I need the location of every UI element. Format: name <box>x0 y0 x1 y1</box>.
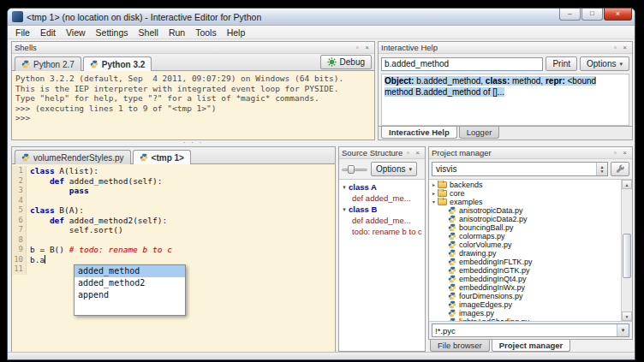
line-number: 3 <box>12 186 27 196</box>
project-item-imageedges-py[interactable]: imageEdges.py <box>430 300 621 309</box>
help-tab-interactive-help[interactable]: Interactive Help <box>381 127 457 139</box>
project-item-anisotropicdata-py[interactable]: anisotropicData.py <box>430 206 621 215</box>
source-item-label: todo: rename b to c <box>352 226 422 237</box>
close-panel-icon[interactable]: × <box>620 43 629 52</box>
scrollbar-thumb[interactable] <box>623 234 631 279</box>
chevron-down-icon[interactable]: ▾ <box>617 324 629 336</box>
project-item-images-py[interactable]: images.py <box>430 309 621 317</box>
project-item-lightsandshading-py[interactable]: lightsAndShading.py <box>430 317 621 321</box>
project-item-bouncingball-py[interactable]: bouncingBall.py <box>430 223 621 232</box>
autocomplete-item-added-method[interactable]: added_method <box>75 265 185 277</box>
code-line: 7 self.sort() <box>12 225 335 235</box>
project-item-label: anisotropicData2.py <box>459 215 528 223</box>
source-item-def-added-me[interactable]: def added_me... <box>340 193 424 204</box>
code-line: 5class B(A): <box>12 205 335 216</box>
collapse-icon[interactable]: ▾ <box>430 198 438 206</box>
debug-button[interactable]: Debug <box>320 55 372 69</box>
close-panel-icon[interactable]: × <box>362 43 372 52</box>
project-item-colormaps-py[interactable]: colormaps.py <box>430 232 621 240</box>
dock-tab-project-manager[interactable]: Project manager <box>492 340 570 352</box>
shell-output[interactable]: Python 3.2.2 (default, Sep 4 2011, 09:07… <box>12 71 374 139</box>
help-query-input[interactable] <box>381 57 543 71</box>
structure-level-slider[interactable] <box>342 164 367 175</box>
python-file-icon <box>448 215 456 223</box>
project-item-backends[interactable]: ▸backends <box>430 181 621 189</box>
maximize-button[interactable]: □ <box>581 9 603 21</box>
float-panel-icon[interactable]: ▫ <box>353 43 362 52</box>
menu-help[interactable]: Help <box>222 27 251 39</box>
project-select[interactable]: visvis ▲ ▼ <box>432 162 608 176</box>
line-number: 4 <box>12 196 27 206</box>
close-button[interactable]: × <box>604 9 632 21</box>
debug-button-label: Debug <box>340 57 365 67</box>
titlebar[interactable]: <tmp 1> (no location on disk) - Interact… <box>8 9 635 26</box>
scroll-down-icon[interactable]: ▼ <box>622 312 632 321</box>
line-number: 10 <box>12 255 27 265</box>
editor-panel: volumeRenderStyles.py<tmp 1> 1class A(li… <box>11 146 336 353</box>
line-number: 11 <box>12 264 27 275</box>
project-item-embeddinginqt4-py[interactable]: embeddingInQt4.py <box>430 275 621 283</box>
help-tab-label: Logger <box>467 128 492 137</box>
menu-view[interactable]: View <box>61 27 91 39</box>
editor-tab-volumerenderstyles-py[interactable]: volumeRenderStyles.py <box>15 150 131 164</box>
help-panel-header: Interactive Help ▫ × <box>379 42 632 54</box>
project-item-label: images.py <box>459 309 494 317</box>
menu-shell[interactable]: Shell <box>134 27 164 39</box>
project-item-embeddingingtk-py[interactable]: embeddingInGTK.py <box>430 266 621 275</box>
spin-down-icon[interactable]: ▼ <box>600 169 605 174</box>
menu-file[interactable]: File <box>10 27 35 39</box>
collapse-icon[interactable]: ▾ <box>340 204 349 215</box>
spinner-arrows-icon[interactable]: ▲ ▼ <box>596 163 607 175</box>
source-item-def-added-me[interactable]: def added_me... <box>340 215 424 226</box>
menu-run[interactable]: Run <box>164 27 190 39</box>
project-item-examples[interactable]: ▾examples <box>430 198 621 206</box>
close-panel-icon[interactable]: × <box>620 148 629 157</box>
project-panel-title: Project manager <box>432 148 611 157</box>
float-panel-icon[interactable]: ▫ <box>611 43 620 52</box>
source-options-button[interactable]: Options ▾ <box>371 162 417 176</box>
dock-tab-file-browser[interactable]: File browser <box>430 340 490 352</box>
project-item-embeddinginfltk-py[interactable]: embeddingInFLTK.py <box>430 258 621 266</box>
minimize-button[interactable]: – <box>559 9 581 21</box>
project-select-value: visvis <box>436 164 456 174</box>
expand-icon[interactable]: ▸ <box>430 181 438 189</box>
code-editor[interactable]: 1class A(list):2 def added_method(self):… <box>12 164 335 353</box>
project-item-anisotropicdata2-py[interactable]: anisotropicData2.py <box>430 215 621 223</box>
help-body[interactable]: Object: b.added_method, class: method, r… <box>381 74 629 126</box>
slider-handle[interactable] <box>348 165 355 174</box>
shells-panel-title: Shells <box>15 43 353 52</box>
print-button[interactable]: Print <box>546 56 577 71</box>
close-panel-icon[interactable]: × <box>413 148 422 157</box>
help-options-button[interactable]: Options ▾ <box>580 56 629 71</box>
project-item-colorvolume-py[interactable]: colorVolume.py <box>430 240 621 249</box>
menu-tools[interactable]: Tools <box>190 27 222 39</box>
menu-edit[interactable]: Edit <box>35 27 61 39</box>
file-filter-input[interactable] <box>432 326 617 335</box>
project-item-drawing-py[interactable]: drawing.py <box>430 249 621 258</box>
project-item-core[interactable]: ▸core <box>430 189 621 198</box>
source-item-todo-rename-b-to-c[interactable]: todo: rename b to c <box>340 226 424 237</box>
autocomplete-item-append[interactable]: append <box>75 289 185 301</box>
project-item-fourdimensions-py[interactable]: fourDimensions.py <box>430 292 621 300</box>
shell-tab-python-2-7[interactable]: Python 2.7 <box>15 56 81 71</box>
project-item-embeddinginwx-py[interactable]: embeddingInWx.py <box>430 283 621 292</box>
shell-tab-python-3-2[interactable]: Python 3.2 <box>83 56 152 71</box>
editor-tab-tmp-1[interactable]: <tmp 1> <box>133 150 191 164</box>
vertical-scrollbar[interactable]: ▲ ▼ <box>621 180 632 321</box>
splitter-handle[interactable]: · · · <box>11 140 375 145</box>
autocomplete-item-added-method2[interactable]: added_method2 <box>75 277 185 289</box>
expand-icon[interactable]: ▸ <box>430 189 438 198</box>
float-panel-icon[interactable]: ▫ <box>403 148 413 157</box>
help-tab-logger[interactable]: Logger <box>459 127 500 139</box>
project-config-button[interactable] <box>611 162 629 176</box>
source-toolbar: Options ▾ <box>339 159 425 179</box>
debug-gear-icon <box>327 57 337 67</box>
source-item-class-a[interactable]: ▾class A <box>340 181 424 193</box>
menu-settings[interactable]: Settings <box>91 27 134 39</box>
float-panel-icon[interactable]: ▫ <box>611 148 620 157</box>
shell-tab-label: Python 3.2 <box>102 60 146 69</box>
scroll-up-icon[interactable]: ▲ <box>622 180 632 189</box>
shell-output-line: >>> <box>15 113 371 123</box>
collapse-icon[interactable]: ▾ <box>340 181 349 193</box>
source-item-class-b[interactable]: ▾class B <box>340 204 424 215</box>
